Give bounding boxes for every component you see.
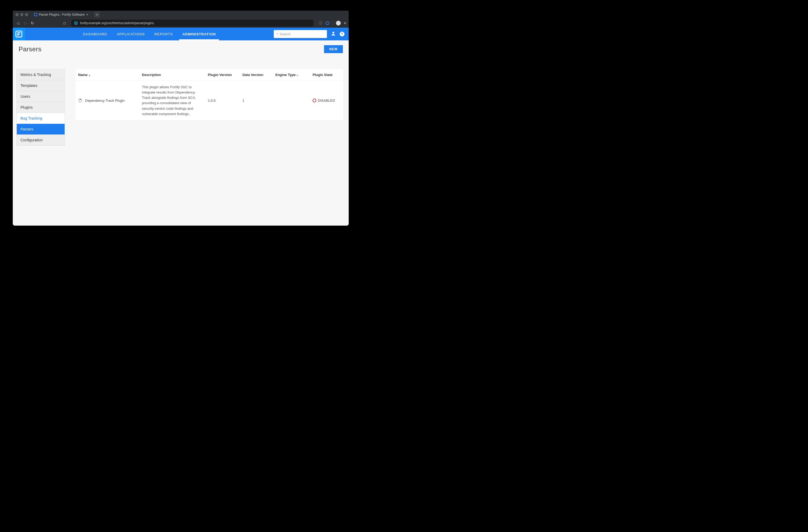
dependency-track-icon — [78, 98, 82, 103]
new-tab-button[interactable]: + — [94, 12, 100, 18]
menu-icon[interactable]: ≡ — [344, 21, 346, 25]
divider — [332, 21, 333, 25]
table-row[interactable]: Dependency-Track Plugin This plugin allo… — [75, 81, 344, 121]
th-data-version[interactable]: Data Version — [242, 73, 275, 77]
sidebar-item-parsers[interactable]: Parsers — [17, 124, 65, 135]
traffic-lights[interactable] — [15, 13, 28, 16]
svg-point-1 — [277, 34, 277, 34]
close-icon[interactable]: × — [86, 13, 88, 17]
search-box[interactable] — [274, 30, 327, 38]
top-nav: DASHBOARD APPLICATIONS REPORTS ADMINISTR… — [25, 28, 274, 40]
globe-icon: 🌐 — [74, 21, 78, 25]
sidebar: Metrics & Tracking Templates Users Plugi… — [17, 69, 65, 146]
forward-button[interactable]: ▷ — [23, 20, 28, 26]
th-plugin-version[interactable]: Plugin Version — [208, 73, 242, 77]
sidebar-item-configuration[interactable]: Configuration — [17, 135, 65, 145]
browser-toolbar: ◁ ▷ ↻ ◻ 🌐 fortify.example.org/ssc/html/s… — [13, 19, 349, 27]
url-bar[interactable]: 🌐 fortify.example.org/ssc/html/ssc/admin… — [71, 20, 313, 26]
app-topbar: DASHBOARD APPLICATIONS REPORTS ADMINISTR… — [13, 27, 349, 40]
bookmark-icon[interactable]: ◻ — [63, 21, 66, 25]
page-head: Parsers NEW — [13, 40, 349, 53]
th-name[interactable]: Name▲ — [78, 73, 142, 77]
sidebar-item-plugins[interactable]: Plugins — [17, 102, 65, 113]
sidebar-item-templates[interactable]: Templates — [17, 80, 65, 91]
svg-line-2 — [277, 34, 278, 35]
titlebar: Parser Plugins : Fortify Software × + — [13, 11, 349, 19]
cell-data-version: 1 — [242, 98, 275, 103]
help-icon[interactable]: ? — [340, 32, 345, 36]
profile-avatar[interactable] — [336, 21, 341, 25]
reload-button[interactable]: ↻ — [31, 21, 34, 25]
user-icon[interactable] — [331, 31, 336, 37]
sidebar-item-bug-tracking[interactable]: Bug Tracking — [17, 113, 65, 124]
th-description[interactable]: Description — [142, 73, 208, 77]
svg-point-3 — [332, 32, 334, 34]
back-button[interactable]: ◁ — [15, 20, 20, 26]
nav-dashboard[interactable]: DASHBOARD — [81, 28, 109, 40]
cell-name: Dependency-Track Plugin — [78, 98, 142, 103]
fortify-logo[interactable] — [13, 27, 25, 40]
search-input[interactable] — [280, 32, 324, 36]
table-head: Name▲ Description Plugin Version Data Ve… — [75, 69, 344, 81]
body: Metrics & Tracking Templates Users Plugi… — [13, 53, 349, 151]
content: Parsers NEW Metrics & Tracking Templates… — [13, 40, 349, 226]
th-plugin-state[interactable]: Plugin State — [313, 73, 341, 77]
activity-icon[interactable] — [326, 21, 329, 25]
nav-reports[interactable]: REPORTS — [153, 28, 175, 40]
nav-administration[interactable]: ADMINISTRATION — [181, 28, 217, 40]
th-engine-type[interactable]: Engine Type◆ — [275, 73, 313, 77]
info-icon[interactable]: ⓘ — [319, 21, 323, 25]
new-button[interactable]: NEW — [324, 45, 343, 53]
sidebar-item-metrics[interactable]: Metrics & Tracking — [17, 69, 65, 80]
sort-icon: ◆ — [296, 74, 298, 76]
sidebar-item-users[interactable]: Users — [17, 91, 65, 102]
search-icon — [276, 32, 278, 36]
topbar-right: ? — [274, 30, 349, 38]
nav-applications[interactable]: APPLICATIONS — [115, 28, 146, 40]
cell-plugin-version: 1.0.0 — [208, 98, 242, 103]
tab-favicon — [34, 13, 37, 16]
page-title: Parsers — [19, 45, 41, 53]
tab-title: Parser Plugins : Fortify Software — [39, 13, 85, 17]
url-text: fortify.example.org/ssc/html/ssc/admin/p… — [80, 21, 154, 25]
svg-point-5 — [80, 99, 80, 100]
browser-tab[interactable]: Parser Plugins : Fortify Software × — [32, 12, 90, 18]
cell-plugin-state: DISABLED — [313, 98, 341, 103]
plugins-table: Name▲ Description Plugin Version Data Ve… — [75, 69, 344, 121]
toolbar-right: ⓘ ≡ — [319, 21, 346, 25]
disabled-status-icon — [313, 98, 316, 102]
browser-window: Parser Plugins : Fortify Software × + ◁ … — [13, 11, 349, 226]
sort-asc-icon: ▲ — [88, 74, 91, 76]
cell-description: This plugin allows Fortify SSC to integr… — [142, 85, 208, 117]
